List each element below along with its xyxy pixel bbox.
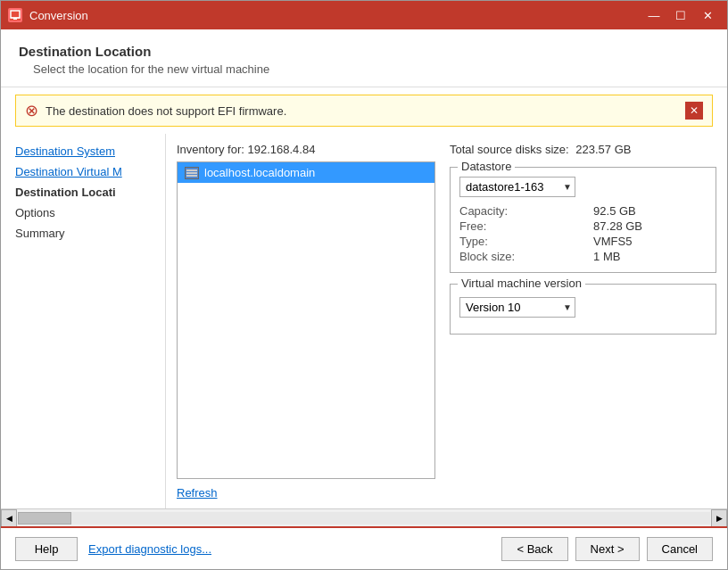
- vm-version-select-row: Version 10 ▼: [459, 297, 707, 318]
- block-size-value: 1 MB: [593, 250, 707, 263]
- window-controls: — ☐ ✕: [641, 6, 720, 24]
- type-value: VMFS5: [593, 235, 707, 248]
- vm-version-select[interactable]: Version 10: [459, 297, 575, 318]
- free-value: 87.28 GB: [593, 219, 707, 233]
- nav-item-destination-location[interactable]: Destination Locati: [1, 182, 165, 202]
- footer: Help Export diagnostic logs... < Back Ne…: [1, 526, 727, 569]
- nav-item-summary: Summary: [1, 223, 165, 244]
- datastore-legend: Datastore: [458, 160, 515, 173]
- inventory-list[interactable]: localhost.localdomain: [177, 161, 435, 479]
- window-title: Conversion: [29, 9, 641, 22]
- left-nav: Destination System Destination Virtual M…: [1, 134, 166, 508]
- back-button[interactable]: < Back: [501, 537, 567, 561]
- vm-version-legend: Virtual machine version: [458, 277, 585, 290]
- warning-bar: ⊗ The destination does not support EFI f…: [15, 95, 713, 127]
- main-window: Conversion — ☐ ✕ Destination Location Se…: [0, 0, 728, 570]
- minimize-button[interactable]: —: [641, 6, 666, 24]
- free-label: Free:: [459, 219, 579, 233]
- maximize-button[interactable]: ☐: [668, 6, 693, 24]
- scroll-thumb[interactable]: [18, 512, 71, 525]
- vm-version-group: Virtual machine version Version 10 ▼: [450, 284, 716, 335]
- scrollbar-track: ◀ ▶: [1, 509, 727, 526]
- warning-close-button[interactable]: ✕: [685, 102, 703, 120]
- app-icon: [8, 8, 22, 22]
- total-size-label: Total source disks size:: [450, 143, 569, 156]
- header-section: Destination Location Select the location…: [1, 29, 727, 87]
- svg-rect-2: [13, 18, 17, 20]
- datastore-select-row: datastore1-163 ▼: [459, 177, 707, 197]
- header-subtitle: Select the location for the new virtual …: [19, 62, 709, 76]
- capacity-value: 92.5 GB: [593, 204, 707, 218]
- datastore-select-wrapper[interactable]: datastore1-163 ▼: [459, 177, 575, 197]
- header-title: Destination Location: [19, 44, 709, 59]
- type-label: Type:: [459, 235, 579, 248]
- details-panel: Total source disks size: 223.57 GB Datas…: [450, 143, 716, 500]
- scroll-left-button[interactable]: ◀: [1, 509, 17, 527]
- datastore-info: Capacity: 92.5 GB Free: 87.28 GB Type: V…: [459, 204, 707, 263]
- window-content: Destination Location Select the location…: [1, 29, 727, 569]
- close-button[interactable]: ✕: [695, 6, 720, 24]
- inventory-item-localhost[interactable]: localhost.localdomain: [178, 162, 434, 183]
- total-size-row: Total source disks size: 223.57 GB: [450, 143, 716, 156]
- export-diagnostic-button[interactable]: Export diagnostic logs...: [85, 538, 215, 560]
- nav-item-destination-system[interactable]: Destination System: [1, 141, 165, 161]
- warning-text: The destination does not support EFI fir…: [46, 104, 678, 118]
- total-size-value: 223.57 GB: [575, 143, 631, 156]
- datastore-group: Datastore datastore1-163 ▼ Capacity:: [450, 167, 716, 273]
- warning-icon: ⊗: [25, 101, 38, 120]
- cancel-button[interactable]: Cancel: [647, 537, 713, 561]
- capacity-label: Capacity:: [459, 204, 579, 218]
- scroll-right-button[interactable]: ▶: [711, 509, 727, 527]
- horizontal-scrollbar[interactable]: ◀ ▶: [1, 508, 727, 526]
- scroll-track[interactable]: [18, 512, 710, 525]
- vm-version-select-wrapper[interactable]: Version 10 ▼: [459, 297, 575, 318]
- refresh-link[interactable]: Refresh: [177, 486, 435, 500]
- datastore-select[interactable]: datastore1-163: [459, 177, 575, 197]
- help-button[interactable]: Help: [15, 537, 78, 561]
- inventory-panel: Inventory for: 192.168.4.84 localhost.lo…: [177, 143, 435, 500]
- nav-item-options: Options: [1, 202, 165, 223]
- nav-item-destination-virtual[interactable]: Destination Virtual M: [1, 161, 165, 182]
- title-bar: Conversion — ☐ ✕: [1, 1, 727, 29]
- inventory-item-label: localhost.localdomain: [204, 166, 315, 179]
- next-button[interactable]: Next >: [575, 537, 640, 561]
- content-area: Inventory for: 192.168.4.84 localhost.lo…: [166, 134, 727, 508]
- inventory-label: Inventory for: 192.168.4.84: [177, 143, 435, 156]
- block-size-label: Block size:: [459, 250, 579, 263]
- main-body: Destination System Destination Virtual M…: [1, 134, 727, 508]
- server-icon: [185, 167, 199, 179]
- svg-rect-0: [11, 11, 20, 18]
